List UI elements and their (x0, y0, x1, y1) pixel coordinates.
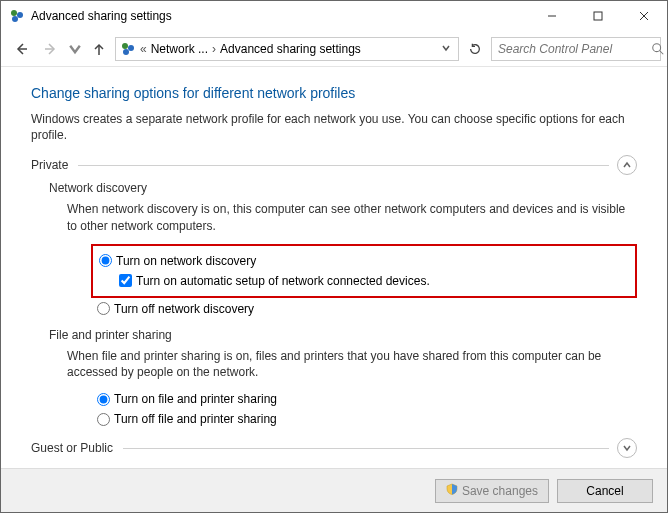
collapse-button-private[interactable] (617, 155, 637, 175)
fp-off-label: Turn off file and printer sharing (114, 410, 277, 428)
nd-off-radio[interactable] (97, 302, 110, 315)
section-label-private: Private (31, 158, 68, 172)
svg-point-10 (122, 43, 128, 49)
nd-off-wrapper: Turn off network discovery (97, 300, 637, 318)
svg-point-0 (11, 10, 17, 16)
fp-on-label: Turn on file and printer sharing (114, 390, 277, 408)
titlebar: Advanced sharing settings (1, 1, 667, 31)
fp-title: File and printer sharing (49, 328, 637, 342)
nd-text: When network discovery is on, this compu… (67, 201, 637, 233)
section-label-guest: Guest or Public (31, 441, 113, 455)
footer: Save changes Cancel (1, 468, 667, 512)
content-area: Change sharing options for different net… (1, 67, 667, 468)
search-icon (651, 42, 665, 56)
save-button[interactable]: Save changes (435, 479, 549, 503)
svg-line-14 (660, 50, 664, 54)
nd-on-row[interactable]: Turn on network discovery (99, 252, 629, 270)
breadcrumb-sep: « (140, 42, 147, 56)
forward-button[interactable] (37, 35, 65, 63)
search-input[interactable] (496, 41, 651, 57)
app-icon (9, 8, 25, 24)
minimize-button[interactable] (529, 1, 575, 31)
save-label: Save changes (462, 484, 538, 498)
fp-off-row[interactable]: Turn off file and printer sharing (97, 410, 637, 428)
page-heading: Change sharing options for different net… (31, 85, 637, 101)
nd-auto-checkbox[interactable] (119, 274, 132, 287)
search-box[interactable] (491, 37, 661, 61)
breadcrumb-part2[interactable]: Advanced sharing settings (220, 42, 361, 56)
nd-on-label: Turn on network discovery (116, 252, 256, 270)
chevron-right-icon: › (212, 42, 216, 56)
fp-on-row[interactable]: Turn on file and printer sharing (97, 390, 637, 408)
window-title: Advanced sharing settings (31, 9, 172, 23)
breadcrumb-dropdown[interactable] (438, 42, 454, 56)
svg-point-2 (12, 16, 18, 22)
svg-point-11 (128, 45, 134, 51)
expand-button-guest[interactable] (617, 438, 637, 458)
section-header-guest: Guest or Public (31, 438, 637, 458)
svg-point-1 (17, 12, 23, 18)
cancel-button[interactable]: Cancel (557, 479, 653, 503)
nd-off-row[interactable]: Turn off network discovery (97, 300, 637, 318)
fp-text: When file and printer sharing is on, fil… (67, 348, 637, 380)
page-description: Windows creates a separate network profi… (31, 111, 637, 143)
fp-opts: Turn on file and printer sharing Turn of… (97, 390, 637, 428)
history-dropdown[interactable] (67, 35, 83, 63)
svg-rect-4 (594, 12, 602, 20)
svg-point-12 (123, 49, 129, 55)
rule (123, 448, 609, 449)
window: Advanced sharing settings (0, 0, 668, 513)
highlight-box: Turn on network discovery Turn on automa… (91, 244, 637, 298)
window-controls (529, 1, 667, 31)
nd-auto-label: Turn on automatic setup of network conne… (136, 272, 430, 290)
subsection-file-printer: File and printer sharing When file and p… (49, 328, 637, 428)
navbar: « Network ... › Advanced sharing setting… (1, 31, 667, 67)
nd-auto-row[interactable]: Turn on automatic setup of network conne… (119, 272, 629, 290)
nd-on-radio[interactable] (99, 254, 112, 267)
nd-off-label: Turn off network discovery (114, 300, 254, 318)
svg-point-13 (653, 43, 661, 51)
control-panel-icon (120, 41, 136, 57)
up-button[interactable] (85, 35, 113, 63)
fp-on-radio[interactable] (97, 393, 110, 406)
fp-off-radio[interactable] (97, 413, 110, 426)
breadcrumb-part1[interactable]: Network ... (151, 42, 208, 56)
nd-title: Network discovery (49, 181, 637, 195)
maximize-button[interactable] (575, 1, 621, 31)
breadcrumb[interactable]: « Network ... › Advanced sharing setting… (115, 37, 459, 61)
shield-icon (446, 483, 458, 498)
cancel-label: Cancel (586, 484, 623, 498)
section-header-private: Private (31, 155, 637, 175)
refresh-button[interactable] (461, 37, 489, 61)
back-button[interactable] (7, 35, 35, 63)
rule (78, 165, 609, 166)
close-button[interactable] (621, 1, 667, 31)
subsection-network-discovery: Network discovery When network discovery… (49, 181, 637, 317)
